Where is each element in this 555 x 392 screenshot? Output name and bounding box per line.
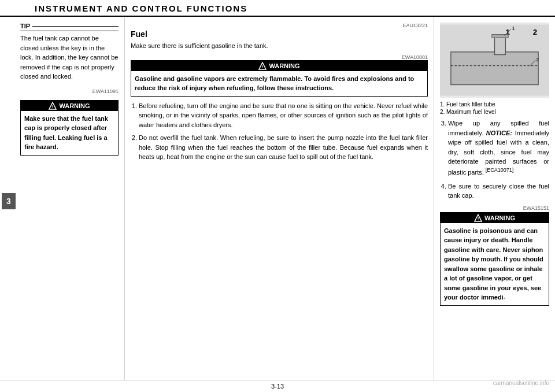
warning-block-left: ! WARNING Make sure that the fuel tank c…	[20, 100, 119, 156]
warning-triangle-right-icon: !	[474, 214, 482, 222]
svg-rect-9	[492, 35, 508, 38]
warning-triangle-center-icon: !	[258, 62, 267, 70]
step3-notice-label: NOTICE:	[486, 130, 512, 136]
fuel-step-2: Do not overfill the fuel tank. When refu…	[139, 133, 428, 162]
left-column: TIP The fuel tank cap cannot be closed u…	[17, 17, 124, 380]
page-number: 3-13	[271, 383, 284, 390]
warning-triangle-icon: !	[49, 102, 57, 110]
warning-header-center: ! WARNING	[131, 61, 427, 71]
right-step-3: Wipe up any spilled fuel immediately. NO…	[448, 119, 549, 177]
fuel-diagram: 1 2 1 2	[440, 23, 549, 98]
tip-text: The fuel tank cap cannot be closed unles…	[20, 34, 119, 82]
fuel-section-ref: EAU13221	[131, 23, 428, 28]
image-caption-2: 2. Maximum fuel level	[440, 109, 549, 115]
main-content: 3 TIP The fuel tank cap cannot be closed…	[0, 17, 555, 380]
warning-block-right: ! WARNING Gasoline is poisonous and can …	[440, 212, 549, 306]
watermark: carmanualsonline.info	[493, 380, 549, 386]
warning-header-right: ! WARNING	[441, 213, 549, 223]
step3-small-ref: [ECA10071]	[486, 167, 514, 173]
tip-label: TIP	[20, 23, 119, 31]
right-column: 1 2 1 2	[434, 17, 555, 380]
svg-rect-7	[451, 52, 538, 85]
fuel-section-intro: Make sure there is sufficient gasoline i…	[131, 41, 428, 51]
svg-text:!: !	[478, 216, 479, 221]
svg-text:2: 2	[536, 57, 539, 62]
right-step-4: Be sure to securely close the fuel tank …	[448, 182, 549, 201]
image-caption-1: 1. Fuel tank filler tube	[440, 101, 549, 108]
warning-text-right: Gasoline is poisonous and can cause inju…	[444, 226, 545, 302]
svg-rect-8	[495, 35, 506, 54]
right-steps-list: Wipe up any spilled fuel immediately. NO…	[440, 119, 549, 201]
warning-header-left: ! WARNING	[21, 101, 118, 111]
fuel-section-title: Fuel	[131, 29, 428, 39]
warning-text-center: Gasoline and gasoline vapors are extreme…	[135, 74, 424, 93]
svg-text:1: 1	[512, 25, 515, 31]
svg-text:!: !	[262, 64, 264, 69]
warning-left-ref: EWA11091	[20, 88, 119, 94]
svg-text:2: 2	[533, 28, 537, 36]
chapter-tab: 3	[0, 17, 17, 380]
page: INSTRUMENT AND CONTROL FUNCTIONS 3 TIP T…	[0, 0, 555, 392]
tip-block: TIP The fuel tank cap cannot be closed u…	[20, 23, 119, 82]
warning-text-left: Make sure that the fuel tank cap is prop…	[24, 114, 114, 152]
tip-line-divider	[32, 26, 119, 27]
warning-right-ref: EWA15151	[440, 205, 549, 211]
fuel-steps-list: Before refueling, turn off the engine an…	[131, 101, 428, 162]
page-title: INSTRUMENT AND CONTROL FUNCTIONS	[35, 3, 247, 13]
svg-text:!: !	[52, 104, 54, 109]
fuel-diagram-svg: 1 2 1 2	[440, 23, 549, 98]
chapter-number: 3	[2, 193, 16, 209]
fuel-step-1: Before refueling, turn off the engine an…	[139, 101, 428, 130]
fuel-warning-ref: EWA10881	[131, 54, 428, 60]
image-captions: 1. Fuel tank filler tube 2. Maximum fuel…	[440, 101, 549, 115]
center-column: EAU13221 Fuel Make sure there is suffici…	[124, 17, 434, 380]
page-header: INSTRUMENT AND CONTROL FUNCTIONS	[0, 0, 555, 17]
warning-block-center: ! WARNING Gasoline and gasoline vapors a…	[131, 60, 428, 97]
page-footer: 3-13	[0, 380, 555, 392]
